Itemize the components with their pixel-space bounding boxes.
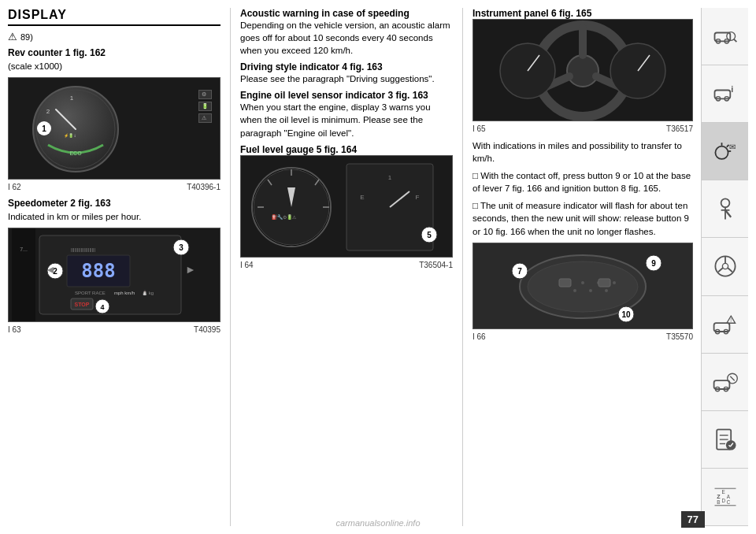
steering-wheel-icon [711,252,739,280]
svg-text:i: i [731,84,733,94]
svg-line-109 [730,376,734,380]
svg-line-98 [718,268,723,272]
figure-165-image: 6 7 8 [472,19,693,121]
rev-counter-subtext: (scale x1000) [8,60,220,72]
driving-style-heading: Driving style indicator 4 fig. 163 [240,61,453,72]
fig-166-caption: I 66 T35570 [472,332,693,341]
sidebar-item-alphabet[interactable]: Z E A D B C [702,469,748,526]
figure-162-image: 2 1 ECO ⚡🔋🌡 1 ⚙ 🔋 ⚠ [8,77,220,180]
svg-point-64 [581,281,584,284]
svg-text:5: 5 [427,231,432,239]
svg-text:ECO: ECO [69,150,82,156]
svg-point-68 [613,281,616,284]
svg-text:||||||||||||||||||||: |||||||||||||||||||| [71,247,96,252]
instrument-body-1: With indications in miles and possibilit… [472,139,693,165]
svg-text:mph km/h: mph km/h [114,291,135,295]
engine-oil-body: When you start the engine, display 3 war… [240,101,453,139]
section-title: DISPLAY [8,8,220,26]
svg-line-3 [56,109,76,129]
svg-text:C: C [726,499,730,505]
driving-style-body: Please see the paragraph "Driving sugges… [240,72,453,85]
car-info-icon: i [711,80,739,108]
svg-text:SPORT RACE: SPORT RACE [75,291,106,295]
svg-text:888: 888 [81,260,115,282]
divider-left-mid [230,8,231,526]
svg-line-81 [733,39,736,43]
warning-triangle-icon: ⚠ [8,31,17,43]
sidebar: i ✉ [701,8,748,526]
svg-line-99 [727,268,732,272]
svg-text:1: 1 [70,95,74,102]
sidebar-item-steering[interactable] [702,238,748,295]
instrument-body-2: □ With the contact off, press button 9 o… [472,169,693,195]
svg-text:B: B [717,499,720,505]
svg-text:⚡🔋🌡: ⚡🔋🌡 [64,133,77,139]
svg-point-45 [567,55,598,87]
sidebar-item-seatbelt[interactable] [702,180,748,238]
figure-166-image: 7 9 10 [472,243,693,329]
fig-165-caption: I 65 T36517 [472,124,693,133]
car-warning-icon: ! [711,310,739,339]
warning-note: ⚠ 89) [8,31,220,43]
svg-text:E: E [721,489,724,495]
speedometer-heading: Speedometer 2 fig. 163 [8,198,220,209]
svg-text:⛄ kg: ⛄ kg [142,290,154,296]
watermark: carmanualsonline.info [335,518,420,528]
svg-rect-69 [559,279,571,287]
speedometer-body: Indicated in km or miles per hour. [8,210,220,223]
sidebar-item-warning-light[interactable]: ✉ [702,123,748,180]
svg-text:D: D [721,498,725,503]
svg-line-94 [725,210,731,217]
svg-text:3: 3 [179,243,183,252]
svg-text:✉: ✉ [728,143,735,151]
fig-163-caption: I 63 T40395 [8,325,220,334]
fuel-gauge-heading: Fuel level gauge 5 fig. 164 [240,144,453,155]
svg-text:STOP: STOP [75,302,90,307]
divider-mid-right [462,8,463,526]
svg-text:A: A [726,494,730,499]
warning-light-icon: ✉ [711,137,739,165]
svg-text:10: 10 [621,310,631,319]
sidebar-item-car-warning[interactable]: ! [702,296,748,354]
car-tools-icon [711,368,739,396]
svg-text:7: 7 [517,267,522,276]
svg-text:⛽🔧⚙🔋⚠: ⛽🔧⚙🔋⚠ [272,214,297,221]
acoustic-warning-body: Depending on the vehicle version, an aco… [240,19,453,57]
svg-text:◄: ◄ [45,263,56,276]
sidebar-item-car-search[interactable] [702,8,748,65]
svg-text:2: 2 [46,108,50,115]
sidebar-item-car-info[interactable]: i [702,65,748,123]
page-number: 77 [681,511,705,528]
svg-point-86 [715,146,728,159]
badge-1: 1 [37,121,51,135]
engine-oil-heading: Engine oil level sensor indicator 3 fig.… [240,90,453,101]
sidebar-item-car-tools[interactable] [702,354,748,411]
svg-text:F: F [416,194,420,201]
svg-text:9: 9 [651,259,656,268]
svg-rect-7 [12,228,35,322]
svg-text:7...: 7... [20,247,28,252]
checklist-icon [711,425,739,454]
rev-counter-heading: Rev counter 1 fig. 162 [8,47,220,58]
figure-164-image: ⛽🔧⚙🔋⚠ 1 F E 5 [240,155,453,258]
svg-point-63 [573,289,576,292]
instrument-panel-heading: Instrument panel 6 fig. 165 [472,8,693,19]
svg-point-61 [528,261,638,312]
svg-point-65 [589,289,592,292]
alphabet-icon: Z E A D B C [711,483,739,511]
svg-text:!: ! [730,317,732,323]
svg-rect-70 [598,279,610,287]
fig-162-caption: I 62 T40396-1 [8,183,220,191]
svg-text:1: 1 [388,174,392,181]
instrument-body-3: □ The unit of measure indicator will fla… [472,199,693,237]
svg-text:4: 4 [100,303,104,311]
acoustic-warning-heading: Acoustic warning in case of speeding [240,8,453,19]
svg-text:►: ► [185,263,196,276]
svg-text:E: E [360,194,364,201]
fig-164-caption: I 64 T36504-1 [240,261,453,269]
car-search-icon [711,22,739,50]
svg-point-91 [721,199,729,208]
sidebar-item-checklist[interactable] [702,411,748,469]
seatbelt-icon [711,195,739,223]
figure-163-image: 7... 888 SPORT RACE mph km/h ⛄ kg STOP 2… [8,228,220,322]
